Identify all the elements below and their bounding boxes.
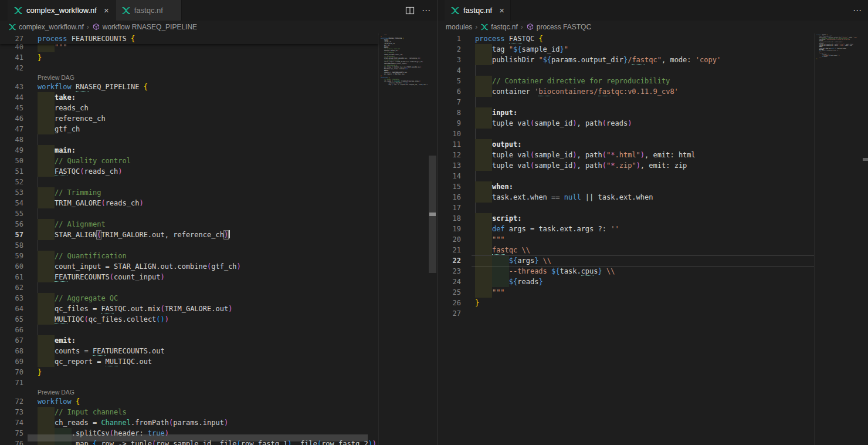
token: s: [594, 267, 598, 275]
code-line-13[interactable]: 13 tuple val(sample_id), path("*.zip"), …: [438, 160, 815, 171]
code-line-51[interactable]: 51 FASTQC(reads_ch): [0, 166, 378, 177]
breadcrumb-file[interactable]: fastqc.nf: [480, 23, 517, 31]
close-icon[interactable]: ×: [104, 6, 109, 15]
code-line-66[interactable]: 66: [0, 325, 378, 335]
sticky-scroll-line[interactable]: 27process FEATURECOUNTS {: [0, 33, 378, 44]
line-number: 6: [438, 86, 461, 97]
code-line-43[interactable]: 43workflow RNASEQ_PIPELINE {: [0, 82, 378, 92]
code-line-68[interactable]: 68 counts = FEATURECOUNTS.out: [0, 346, 378, 356]
token: sample_id: [522, 45, 560, 53]
code-line-46[interactable]: 46 reference_ch: [0, 113, 378, 124]
code-line-42[interactable]: 42: [0, 63, 378, 73]
code-line-20[interactable]: 20 """: [438, 234, 815, 245]
code-line-8[interactable]: 8 input:: [438, 107, 815, 118]
breadcrumb-file[interactable]: complex_workflow.nf: [8, 23, 84, 31]
code-line-65[interactable]: 65 MULTIQC(qc_files.collect()): [0, 314, 378, 325]
code-line-53[interactable]: 53 // Trimming: [0, 187, 378, 198]
code-editor-right[interactable]: 1process FASTQC {2 tag "${sample_id}"3 p…: [438, 33, 868, 445]
code-line-45[interactable]: 45 reads_ch: [0, 103, 378, 113]
minimap-right[interactable]: process FASTQC { tag "${sample_id}" publ…: [814, 33, 862, 445]
more-actions-icon[interactable]: ⋯: [422, 5, 431, 16]
nextflow-logo-icon: [13, 6, 23, 15]
code-line-72[interactable]: 72workflow {: [0, 396, 378, 407]
code-line-44[interactable]: 44 take:: [0, 92, 378, 103]
code-line-26[interactable]: 26}: [438, 298, 815, 308]
code-line-58[interactable]: 58: [0, 240, 378, 251]
tab-complex-workflow[interactable]: complex_workflow.nf ×: [8, 0, 116, 21]
code-line-47[interactable]: 47 gtf_ch: [0, 124, 378, 134]
code-line-5[interactable]: 5 // Container directive for reproducibi…: [438, 76, 815, 86]
code-line-56[interactable]: 56 // Alignment: [0, 219, 378, 230]
code-line-18[interactable]: 18 script:: [438, 213, 815, 224]
minimap-left[interactable]: """}workflow RNASEQ_PIPELINE { take: rea…: [378, 33, 428, 445]
code-line-50[interactable]: 50 // Quality control: [0, 156, 378, 166]
code-line-24[interactable]: 24 ${reads}: [438, 277, 815, 287]
code-line-1[interactable]: 1process FASTQC {: [438, 33, 815, 44]
code-line-22[interactable]: 22 ${args} \\: [438, 255, 815, 266]
tab-fastqc-right[interactable]: fastqc.nf ×: [445, 0, 511, 21]
code-line-16[interactable]: 16 task.ext.when == null || task.ext.whe…: [438, 192, 815, 203]
code-line-70[interactable]: 70}: [0, 367, 378, 377]
minimap-line: }: [816, 58, 862, 59]
token: def: [492, 225, 505, 233]
code-line-55[interactable]: 55: [0, 208, 378, 219]
tab-fastqc-left[interactable]: fastqc.nf ×: [116, 0, 182, 21]
token: ): [118, 167, 122, 176]
code-line-59[interactable]: 59 // Quantification: [0, 251, 378, 261]
code-editor-left[interactable]: 40 """41}42Preview DAG43workflow RNASEQ_…: [0, 33, 437, 445]
code-line-12[interactable]: 12 tuple val(sample_id), path("*.html"),…: [438, 150, 815, 160]
codelens-preview-dag[interactable]: Preview DAG: [0, 73, 378, 82]
code-line-25[interactable]: 25 """: [438, 287, 815, 298]
code-line-71[interactable]: 71: [0, 377, 378, 388]
token: (): [156, 315, 164, 323]
more-actions-icon[interactable]: ⋯: [853, 5, 862, 16]
token: [38, 43, 55, 51]
breadcrumb-folder[interactable]: modules: [446, 23, 472, 31]
code-line-11[interactable]: 11 output:: [438, 139, 815, 150]
code-line-49[interactable]: 49 main:: [0, 145, 378, 156]
code-line-19[interactable]: 19 def args = task.ext.args ?: '': [438, 224, 815, 234]
code-line-48[interactable]: 48: [0, 134, 378, 145]
code-line-17[interactable]: 17: [438, 203, 815, 213]
code-line-74[interactable]: 74 ch_reads = Channel.fromPath(params.in…: [0, 417, 378, 428]
code-line-27[interactable]: 27: [438, 308, 815, 319]
close-icon[interactable]: ×: [499, 6, 504, 15]
code-line-9[interactable]: 9 tuple val(sample_id), path(reads): [438, 118, 815, 129]
code-line-41[interactable]: 41}: [0, 52, 378, 63]
code-line-15[interactable]: 15 when:: [438, 181, 815, 192]
line-number: 59: [0, 251, 23, 261]
code-line-54[interactable]: 54 TRIM_GALORE(reads_ch): [0, 198, 378, 208]
code-line-21[interactable]: 21 fastqc \\: [438, 245, 815, 255]
code-line-73[interactable]: 73 // Input channels: [0, 407, 378, 417]
code-line-57[interactable]: 57 STAR_ALIGN(TRIM_GALORE.out, reference…: [0, 230, 378, 240]
token: [38, 273, 55, 281]
code-line-61[interactable]: 61 FEATURECOUNTS(count_input): [0, 272, 378, 282]
code-line-2[interactable]: 2 tag "${sample_id}": [438, 44, 815, 55]
code-line-62[interactable]: 62: [0, 282, 378, 293]
code-text: fastqc \\: [475, 245, 530, 255]
code-line-64[interactable]: 64 qc_files = FASTQC.out.mix(TRIM_GALORE…: [0, 304, 378, 314]
code-line-4[interactable]: 4: [438, 65, 815, 76]
horizontal-scrollbar-thumb[interactable]: [28, 434, 368, 441]
token: gtf_ch: [55, 125, 80, 133]
codelens-preview-dag[interactable]: Preview DAG: [0, 388, 378, 396]
code-line-3[interactable]: 3 publishDir "${params.output_dir}/fastq…: [438, 55, 815, 65]
code-line-10[interactable]: 10: [438, 129, 815, 139]
line-number: 66: [0, 325, 23, 335]
token: reads_ch: [395, 54, 402, 56]
code-line-52[interactable]: 52: [0, 177, 378, 187]
breadcrumb-symbol[interactable]: workflow RNASEQ_PIPELINE: [92, 23, 197, 31]
code-line-6[interactable]: 6 container 'biocontainers/fastqc:v0.11.…: [438, 86, 815, 97]
split-editor-icon[interactable]: [405, 6, 415, 15]
code-line-7[interactable]: 7: [438, 97, 815, 107]
line-number: 73: [0, 407, 23, 417]
code-line-60[interactable]: 60 count_input = STAR_ALIGN.out.combine(…: [0, 261, 378, 272]
code-line-69[interactable]: 69 qc_report = MULTIQC.out: [0, 356, 378, 367]
code-line-14[interactable]: 14: [438, 171, 815, 181]
code-text: workflow {: [38, 396, 80, 407]
code-line-23[interactable]: 23 --threads ${task.cpus} \\: [438, 266, 815, 277]
code-text: ch_reads = Channel.fromPath(params.input…: [38, 417, 228, 428]
breadcrumb-symbol[interactable]: process FASTQC: [526, 23, 591, 31]
code-line-63[interactable]: 63 // Aggregate QC: [0, 293, 378, 304]
code-line-67[interactable]: 67 emit:: [0, 335, 378, 346]
